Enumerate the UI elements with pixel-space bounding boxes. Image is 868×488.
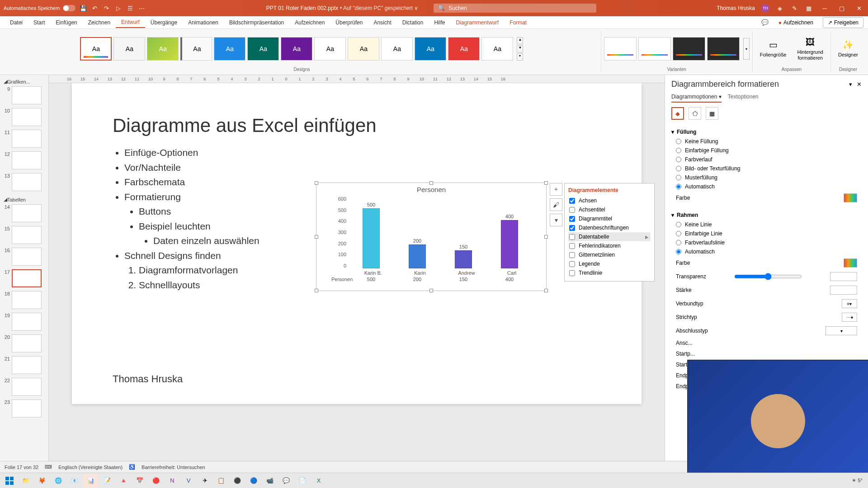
- variant-thumb[interactable]: [638, 37, 671, 61]
- fill-radio[interactable]: [676, 157, 681, 162]
- accessibility-status[interactable]: Barrierefreiheit: Untersuchen: [142, 465, 205, 470]
- border-option-row[interactable]: Automatisch: [671, 247, 862, 256]
- slide-thumbnail[interactable]: [12, 313, 42, 331]
- draw-icon[interactable]: ✎: [790, 4, 798, 12]
- chart-element-checkbox[interactable]: [569, 261, 575, 267]
- bar[interactable]: [409, 244, 426, 268]
- slide-thumbnail[interactable]: [12, 108, 42, 126]
- chart-element-item[interactable]: Fehlerindikatoren: [568, 241, 651, 250]
- fill-option-row[interactable]: Bild- oder Texturfüllung: [671, 164, 862, 173]
- chrome-icon[interactable]: 🌐: [51, 474, 66, 488]
- bar[interactable]: [501, 220, 518, 268]
- chart-element-checkbox[interactable]: [569, 207, 575, 213]
- resize-handle[interactable]: [429, 289, 433, 292]
- themes-more[interactable]: ▾: [517, 53, 523, 61]
- powerpoint-icon[interactable]: 📊: [83, 474, 99, 488]
- submenu-arrow-icon[interactable]: ▶: [645, 235, 649, 239]
- resize-handle[interactable]: [315, 289, 318, 292]
- chart-element-item[interactable]: Gitternetzlinien: [568, 250, 651, 259]
- fill-option-row[interactable]: Keine Füllung: [671, 137, 862, 146]
- chart-element-checkbox[interactable]: [569, 270, 575, 276]
- app-icon[interactable]: 📄: [295, 474, 310, 488]
- telegram-icon[interactable]: ✈: [197, 474, 212, 488]
- freigeben-button[interactable]: ↗Freigeben: [823, 17, 863, 28]
- tab-uebergaenge[interactable]: Übergänge: [145, 18, 183, 28]
- from-beginning-icon[interactable]: ▷: [114, 4, 123, 12]
- resize-handle[interactable]: [315, 235, 318, 239]
- visio-icon[interactable]: V: [181, 474, 196, 488]
- excel-icon[interactable]: X: [311, 474, 326, 488]
- aufzeichnen-button[interactable]: ●Aufzeichnen: [774, 17, 818, 28]
- hintergrund-button[interactable]: 🖼 Hintergrund formatieren: [793, 35, 827, 63]
- section-tabellen[interactable]: ◢ Tabellen: [3, 195, 46, 204]
- chart-element-item[interactable]: Diagrammtitel: [568, 214, 651, 223]
- chart-element-checkbox[interactable]: [569, 252, 575, 258]
- qat-more-icon[interactable]: ⋯: [138, 4, 146, 12]
- save-status[interactable]: • Auf "diesem PC" gespeichert ∨: [340, 5, 418, 11]
- slide-thumb-row[interactable]: 13: [3, 173, 46, 191]
- save-icon[interactable]: 💾: [79, 4, 87, 12]
- comments-icon[interactable]: 💬: [761, 19, 769, 27]
- bar[interactable]: [363, 208, 380, 268]
- variant-thumb[interactable]: [707, 37, 740, 61]
- slide-thumb-row[interactable]: 20: [3, 334, 46, 352]
- firefox-icon[interactable]: 🦊: [34, 474, 50, 488]
- app-icon[interactable]: 📋: [213, 474, 229, 488]
- theme-office[interactable]: Aa: [80, 37, 112, 61]
- slide-thumbnail[interactable]: [12, 248, 42, 266]
- section-grafiken[interactable]: ◢ Grafiken...: [3, 77, 46, 86]
- border-option-row[interactable]: Keine Linie: [671, 220, 862, 229]
- staerke-input[interactable]: [830, 286, 857, 295]
- section-fuellung[interactable]: ▾ Füllung: [671, 127, 862, 137]
- obs-icon[interactable]: ⚫: [230, 474, 245, 488]
- redo-icon[interactable]: ↷: [103, 4, 111, 12]
- variant-thumb[interactable]: [673, 37, 705, 61]
- slide-thumbnail[interactable]: [12, 130, 42, 148]
- theme-thumb[interactable]: Aa: [314, 37, 346, 61]
- resize-handle[interactable]: [429, 181, 433, 185]
- chart-styles-button[interactable]: 🖌: [550, 198, 562, 211]
- slide-thumb-row[interactable]: 10: [3, 108, 46, 126]
- outlook-icon[interactable]: 📧: [67, 474, 82, 488]
- fill-radio[interactable]: [676, 139, 681, 144]
- chart-element-checkbox[interactable]: [569, 243, 575, 249]
- close-button[interactable]: ✕: [854, 3, 864, 14]
- slide-thumbnail[interactable]: [12, 226, 42, 244]
- theme-thumb[interactable]: Aa: [147, 37, 179, 61]
- app-icon[interactable]: 💬: [278, 474, 294, 488]
- slide-thumb-row[interactable]: 14: [3, 204, 46, 222]
- slide-thumb-row[interactable]: 23: [3, 399, 46, 418]
- slide-thumbnail[interactable]: [12, 204, 42, 222]
- theme-thumb[interactable]: Aa: [281, 37, 312, 61]
- variant-thumb[interactable]: [604, 37, 637, 61]
- theme-thumb[interactable]: Aa: [448, 37, 480, 61]
- notepad-icon[interactable]: 📝: [99, 474, 115, 488]
- fp-dropdown-icon[interactable]: ▾: [849, 81, 852, 88]
- fill-option-row[interactable]: Musterfüllung: [671, 173, 862, 182]
- tab-bildschirmpraesentation[interactable]: Bildschirmpräsentation: [224, 18, 289, 28]
- slide-thumbnail[interactable]: [12, 151, 42, 169]
- tab-diagrammentwurf[interactable]: Diagrammentwurf: [450, 18, 504, 28]
- theme-thumb[interactable]: Aa: [214, 37, 245, 61]
- theme-thumb[interactable]: Aa: [180, 37, 212, 61]
- resize-handle[interactable]: [544, 235, 548, 239]
- slide-thumbnail[interactable]: [12, 173, 42, 191]
- abschlusstyp-dropdown[interactable]: ▾: [826, 326, 857, 335]
- window-layout-icon[interactable]: ▦: [805, 4, 813, 12]
- tab-zeichnen[interactable]: Zeichnen: [83, 18, 116, 28]
- resize-handle[interactable]: [544, 181, 548, 185]
- zoom-icon[interactable]: 📹: [262, 474, 278, 488]
- slide-thumb-row[interactable]: 22: [3, 378, 46, 396]
- border-option-row[interactable]: Farbverlaufslinie: [671, 238, 862, 247]
- border-option-row[interactable]: Einfarbige Linie: [671, 229, 862, 238]
- undo-icon[interactable]: ↶: [91, 4, 99, 12]
- vlc-icon[interactable]: 🔺: [116, 474, 131, 488]
- transparenz-slider[interactable]: [734, 273, 802, 280]
- slide-thumb-row[interactable]: 12: [3, 151, 46, 169]
- fp-size-icon[interactable]: ▦: [706, 107, 718, 120]
- tab-einfuegen[interactable]: Einfügen: [50, 18, 82, 28]
- tab-aufzeichnen[interactable]: Aufzeichnen: [289, 18, 330, 28]
- app-icon[interactable]: 🔴: [148, 474, 164, 488]
- slide-thumb-row[interactable]: 19: [3, 313, 46, 331]
- onenote-icon[interactable]: N: [165, 474, 180, 488]
